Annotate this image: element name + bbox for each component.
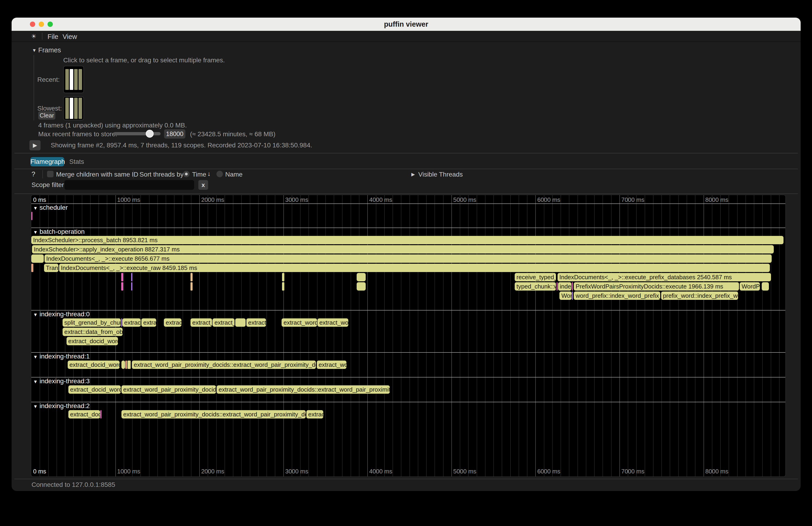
scope-bar[interactable]: extract_docid_word bbox=[68, 361, 119, 369]
merge-children-checkbox[interactable] bbox=[47, 171, 54, 177]
sort-name-radio[interactable] bbox=[216, 171, 223, 177]
visible-threads-header[interactable]: Visible Threads bbox=[418, 171, 463, 178]
play-button[interactable]: ▶ bbox=[29, 140, 41, 150]
scope-bar[interactable] bbox=[121, 318, 122, 327]
scope-bar[interactable]: extract_doc bbox=[68, 410, 100, 419]
scope-bar[interactable]: extract_wo bbox=[317, 361, 346, 369]
thread-header[interactable]: ▼scheduler bbox=[33, 204, 68, 211]
scope-bar[interactable]: WordPr bbox=[740, 282, 760, 291]
scope-bar[interactable]: extract_word_pair_proximity_docids bbox=[121, 385, 216, 394]
thread-collapse-icon[interactable]: ▼ bbox=[33, 230, 38, 235]
slowest-frames-thumbnail[interactable] bbox=[63, 97, 84, 120]
scope-bar[interactable]: extract_docid_word bbox=[67, 337, 118, 345]
scope-bar[interactable] bbox=[572, 292, 573, 300]
scope-bar[interactable]: PrefixWordPairsProximityDocids::execute … bbox=[574, 282, 739, 291]
scope-bar[interactable] bbox=[121, 361, 125, 369]
scope-bar[interactable]: IndexDocuments<_, _>::execute_prefix_dat… bbox=[557, 273, 771, 281]
menu-view[interactable]: View bbox=[61, 32, 79, 41]
merge-children-label[interactable]: Merge children with same ID bbox=[56, 171, 138, 178]
max-frames-slider-thumb[interactable] bbox=[146, 130, 154, 138]
scope-bar[interactable]: extract_word_pair_proximity_docids::extr… bbox=[132, 361, 316, 369]
thread-collapse-icon[interactable]: ▼ bbox=[33, 404, 38, 409]
scope-bar[interactable]: extrac bbox=[164, 318, 182, 327]
frames-collapse-icon[interactable]: ▼ bbox=[32, 48, 37, 53]
flamegraph-canvas[interactable]: 0 ms0 ms1000 ms1000 ms2000 ms2000 ms3000… bbox=[31, 195, 786, 477]
scope-bar[interactable]: extract_ bbox=[213, 318, 234, 327]
frames-header[interactable]: Frames bbox=[38, 46, 61, 54]
frame-bar[interactable] bbox=[70, 69, 73, 90]
scope-bar[interactable]: extract_docid_word bbox=[68, 385, 121, 394]
tab-stats[interactable]: Stats bbox=[69, 157, 84, 166]
thread-header[interactable]: ▼indexing-thread:3 bbox=[33, 378, 90, 385]
scope-bar[interactable]: extra bbox=[141, 318, 156, 327]
scope-bar[interactable] bbox=[357, 282, 366, 291]
scope-bar[interactable] bbox=[31, 212, 32, 220]
visible-threads-collapse-icon[interactable]: ▶ bbox=[411, 172, 415, 177]
scope-bar[interactable] bbox=[282, 273, 284, 281]
scope-bar[interactable]: receive_typed_ bbox=[515, 273, 556, 281]
frame-bar[interactable] bbox=[78, 69, 82, 90]
scope-bar[interactable]: IndexScheduler>::apply_index_operation 8… bbox=[32, 245, 774, 253]
scope-bar[interactable] bbox=[556, 282, 557, 291]
frame-bar[interactable] bbox=[74, 98, 78, 119]
scope-bar[interactable] bbox=[31, 254, 44, 263]
frame-bar[interactable] bbox=[66, 98, 69, 119]
scope-bar[interactable]: Word bbox=[560, 292, 572, 300]
sort-name-label[interactable]: Name bbox=[225, 171, 243, 178]
sort-direction-arrow-icon[interactable]: ↓ bbox=[207, 170, 211, 177]
tab-flamegraph[interactable]: Flamegraph bbox=[30, 157, 64, 166]
scope-bar[interactable] bbox=[121, 273, 123, 281]
scope-bar[interactable] bbox=[190, 273, 193, 281]
menu-file[interactable]: File bbox=[46, 32, 60, 41]
thread-header[interactable]: ▼indexing-thread:0 bbox=[33, 310, 90, 318]
scope-bar[interactable] bbox=[572, 282, 573, 291]
scope-bar[interactable]: extract bbox=[246, 318, 266, 327]
theme-toggle-sun-icon[interactable]: ☀ bbox=[29, 32, 38, 41]
scope-bar[interactable] bbox=[357, 273, 366, 281]
scope-bar[interactable]: prefix_word::index_prefix_wo bbox=[661, 292, 738, 300]
clear-button[interactable]: Clear bbox=[38, 111, 55, 120]
sort-time-radio[interactable] bbox=[183, 171, 190, 177]
thread-header[interactable]: ▼indexing-thread:2 bbox=[33, 402, 90, 410]
scope-bar[interactable]: index bbox=[558, 282, 572, 291]
thread-header[interactable]: ▼indexing-thread:1 bbox=[33, 353, 90, 360]
thread-collapse-icon[interactable]: ▼ bbox=[33, 206, 38, 210]
scope-bar[interactable]: word_prefix::index_word_prefix_ bbox=[574, 292, 660, 300]
scope-bar[interactable] bbox=[100, 410, 102, 419]
scope-bar[interactable] bbox=[762, 282, 769, 291]
scope-bar[interactable] bbox=[125, 361, 127, 369]
scope-bar[interactable] bbox=[121, 282, 123, 291]
scope-bar[interactable]: IndexScheduler>::process_batch 8953.821 … bbox=[31, 236, 783, 244]
thread-collapse-icon[interactable]: ▼ bbox=[33, 312, 38, 317]
scope-bar[interactable]: extract_word_pair_proximity_docids::extr… bbox=[121, 410, 306, 419]
scope-bar[interactable]: extract_word bbox=[281, 318, 317, 327]
scope-bar[interactable] bbox=[282, 282, 284, 291]
thread-collapse-icon[interactable]: ▼ bbox=[33, 354, 38, 360]
scope-bar[interactable] bbox=[131, 273, 132, 281]
scope-bar[interactable]: Trans bbox=[44, 264, 58, 272]
recent-frames-thumbnail[interactable] bbox=[63, 66, 84, 93]
scope-bar[interactable]: extract_wo bbox=[318, 318, 348, 327]
scope-bar[interactable]: extract_word_pair_proximity_docids::extr… bbox=[217, 385, 390, 394]
frame-bar[interactable] bbox=[78, 98, 82, 119]
scope-filter-input[interactable] bbox=[64, 180, 194, 190]
scope-bar[interactable] bbox=[131, 282, 132, 291]
scope-bar[interactable]: IndexDocuments<_, _>::execute 8656.677 m… bbox=[44, 254, 772, 263]
frame-bar[interactable] bbox=[70, 98, 73, 119]
thread-header[interactable]: ▼batch-operation bbox=[33, 228, 85, 235]
scope-bar[interactable]: extrac bbox=[306, 410, 323, 419]
help-button[interactable]: ? bbox=[31, 170, 35, 178]
scope-bar[interactable]: extract_ bbox=[190, 318, 212, 327]
scope-bar[interactable] bbox=[128, 361, 131, 369]
frame-bar[interactable] bbox=[66, 69, 69, 90]
scope-bar[interactable]: extract bbox=[122, 318, 141, 327]
max-frames-value[interactable]: 18000 bbox=[164, 129, 185, 138]
scope-bar[interactable] bbox=[235, 318, 246, 327]
clear-filter-button[interactable]: x bbox=[198, 180, 208, 190]
scope-bar[interactable]: IndexDocuments<_, _>::execute_raw 8459.1… bbox=[59, 264, 770, 272]
frame-bar[interactable] bbox=[74, 69, 78, 90]
thread-collapse-icon[interactable]: ▼ bbox=[33, 379, 38, 384]
scope-bar[interactable] bbox=[190, 282, 193, 291]
sort-time-label[interactable]: Time bbox=[192, 171, 206, 178]
scope-bar[interactable]: typed_chunk::w bbox=[515, 282, 556, 291]
